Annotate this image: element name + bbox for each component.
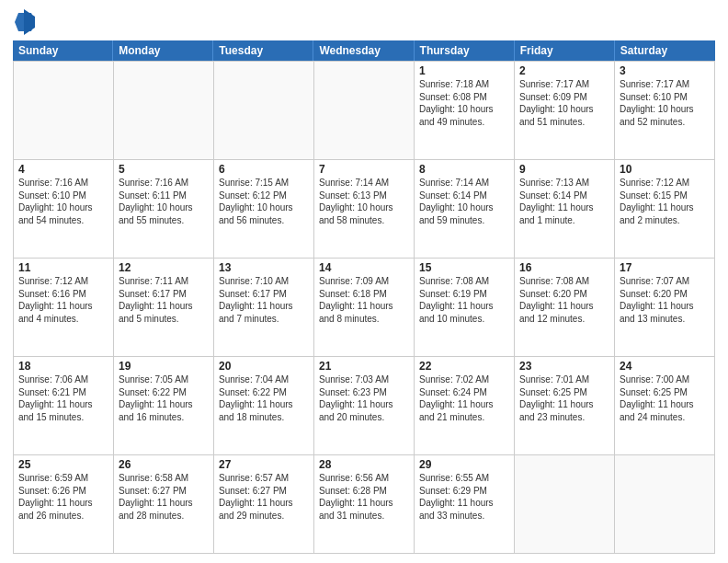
day-number: 3 [620,64,710,77]
calendar-cell [615,455,715,554]
calendar-cell: 20Sunrise: 7:04 AM Sunset: 6:22 PM Dayli… [214,357,314,455]
page: SundayMondayTuesdayWednesdayThursdayFrid… [0,0,728,563]
day-info: Sunrise: 7:06 AM Sunset: 6:21 PM Dayligh… [18,373,108,423]
day-info: Sunrise: 7:11 AM Sunset: 6:17 PM Dayligh… [119,275,209,325]
day-number: 22 [419,360,509,373]
day-info: Sunrise: 7:03 AM Sunset: 6:23 PM Dayligh… [319,373,409,423]
calendar-cell [114,62,214,160]
calendar-cell [214,62,314,160]
day-info: Sunrise: 7:14 AM Sunset: 6:13 PM Dayligh… [319,177,409,226]
day-number: 10 [620,163,710,176]
day-info: Sunrise: 7:01 AM Sunset: 6:25 PM Dayligh… [519,373,609,423]
day-number: 7 [319,163,409,176]
calendar-row: 4Sunrise: 7:16 AM Sunset: 6:10 PM Daylig… [14,160,715,259]
day-number: 11 [18,261,108,274]
calendar-cell: 3Sunrise: 7:17 AM Sunset: 6:10 PM Daylig… [615,62,715,160]
day-info: Sunrise: 7:18 AM Sunset: 6:08 PM Dayligh… [419,78,509,128]
calendar-cell: 25Sunrise: 6:59 AM Sunset: 6:26 PM Dayli… [14,455,114,554]
day-number: 21 [319,360,409,373]
calendar: SundayMondayTuesdayWednesdayThursdayFrid… [13,40,715,554]
calendar-row: 25Sunrise: 6:59 AM Sunset: 6:26 PM Dayli… [14,455,715,554]
day-info: Sunrise: 7:02 AM Sunset: 6:24 PM Dayligh… [419,373,509,423]
day-number: 9 [519,163,609,176]
calendar-cell: 26Sunrise: 6:58 AM Sunset: 6:27 PM Dayli… [114,455,214,554]
day-number: 23 [519,360,609,373]
day-number: 24 [620,360,710,373]
day-info: Sunrise: 7:16 AM Sunset: 6:11 PM Dayligh… [119,177,209,226]
day-number: 20 [219,360,309,373]
weekday-header: Thursday [415,40,515,61]
day-number: 27 [219,458,309,471]
day-number: 12 [119,261,209,274]
calendar-cell: 9Sunrise: 7:13 AM Sunset: 6:14 PM Daylig… [515,160,615,259]
calendar-cell [314,62,415,160]
calendar-cell: 5Sunrise: 7:16 AM Sunset: 6:11 PM Daylig… [114,160,214,259]
day-info: Sunrise: 7:17 AM Sunset: 6:09 PM Dayligh… [519,78,609,128]
svg-marker-1 [24,9,35,35]
calendar-cell [14,62,114,160]
day-info: Sunrise: 6:59 AM Sunset: 6:26 PM Dayligh… [18,472,108,522]
day-number: 14 [319,261,409,274]
calendar-cell: 29Sunrise: 6:55 AM Sunset: 6:29 PM Dayli… [415,455,515,554]
calendar-cell: 8Sunrise: 7:14 AM Sunset: 6:14 PM Daylig… [415,160,515,259]
day-number: 8 [419,163,509,176]
logo-icon [15,9,35,35]
day-info: Sunrise: 7:08 AM Sunset: 6:19 PM Dayligh… [419,275,509,325]
day-number: 19 [119,360,209,373]
day-number: 28 [319,458,409,471]
calendar-body: 1Sunrise: 7:18 AM Sunset: 6:08 PM Daylig… [13,61,715,554]
weekday-header: Tuesday [213,40,313,61]
calendar-cell: 21Sunrise: 7:03 AM Sunset: 6:23 PM Dayli… [314,357,415,455]
day-info: Sunrise: 7:13 AM Sunset: 6:14 PM Dayligh… [519,177,609,226]
calendar-cell: 7Sunrise: 7:14 AM Sunset: 6:13 PM Daylig… [314,160,415,259]
calendar-cell: 23Sunrise: 7:01 AM Sunset: 6:25 PM Dayli… [515,357,615,455]
day-number: 2 [519,64,609,77]
day-number: 25 [18,458,108,471]
calendar-cell: 12Sunrise: 7:11 AM Sunset: 6:17 PM Dayli… [114,259,214,357]
day-info: Sunrise: 7:17 AM Sunset: 6:10 PM Dayligh… [620,78,710,128]
day-info: Sunrise: 7:00 AM Sunset: 6:25 PM Dayligh… [620,373,710,423]
day-info: Sunrise: 6:56 AM Sunset: 6:28 PM Dayligh… [319,472,409,522]
calendar-row: 11Sunrise: 7:12 AM Sunset: 6:16 PM Dayli… [14,259,715,357]
day-number: 17 [620,261,710,274]
calendar-cell: 16Sunrise: 7:08 AM Sunset: 6:20 PM Dayli… [515,259,615,357]
calendar-cell: 11Sunrise: 7:12 AM Sunset: 6:16 PM Dayli… [14,259,114,357]
calendar-cell: 15Sunrise: 7:08 AM Sunset: 6:19 PM Dayli… [415,259,515,357]
day-number: 5 [119,163,209,176]
weekday-header: Wednesday [313,40,414,61]
calendar-cell: 28Sunrise: 6:56 AM Sunset: 6:28 PM Dayli… [314,455,415,554]
day-info: Sunrise: 7:05 AM Sunset: 6:22 PM Dayligh… [119,373,209,423]
calendar-row: 18Sunrise: 7:06 AM Sunset: 6:21 PM Dayli… [14,357,715,455]
calendar-cell: 18Sunrise: 7:06 AM Sunset: 6:21 PM Dayli… [14,357,114,455]
header [13,9,715,35]
calendar-cell [515,455,615,554]
day-info: Sunrise: 7:16 AM Sunset: 6:10 PM Dayligh… [18,177,108,226]
day-info: Sunrise: 7:12 AM Sunset: 6:16 PM Dayligh… [18,275,108,325]
day-number: 26 [119,458,209,471]
day-info: Sunrise: 7:04 AM Sunset: 6:22 PM Dayligh… [219,373,309,423]
weekday-header: Friday [515,40,615,61]
day-number: 6 [219,163,309,176]
calendar-cell: 17Sunrise: 7:07 AM Sunset: 6:20 PM Dayli… [615,259,715,357]
calendar-cell: 19Sunrise: 7:05 AM Sunset: 6:22 PM Dayli… [114,357,214,455]
day-info: Sunrise: 6:57 AM Sunset: 6:27 PM Dayligh… [219,472,309,522]
weekday-header: Sunday [13,40,113,61]
calendar-cell: 10Sunrise: 7:12 AM Sunset: 6:15 PM Dayli… [615,160,715,259]
logo [13,13,35,35]
day-info: Sunrise: 7:09 AM Sunset: 6:18 PM Dayligh… [319,275,409,325]
day-info: Sunrise: 7:15 AM Sunset: 6:12 PM Dayligh… [219,177,309,226]
day-number: 18 [18,360,108,373]
day-info: Sunrise: 7:10 AM Sunset: 6:17 PM Dayligh… [219,275,309,325]
day-info: Sunrise: 7:07 AM Sunset: 6:20 PM Dayligh… [620,275,710,325]
calendar-cell: 22Sunrise: 7:02 AM Sunset: 6:24 PM Dayli… [415,357,515,455]
day-number: 16 [519,261,609,274]
calendar-cell: 24Sunrise: 7:00 AM Sunset: 6:25 PM Dayli… [615,357,715,455]
calendar-cell: 27Sunrise: 6:57 AM Sunset: 6:27 PM Dayli… [214,455,314,554]
day-number: 13 [219,261,309,274]
calendar-header: SundayMondayTuesdayWednesdayThursdayFrid… [13,40,715,61]
calendar-cell: 2Sunrise: 7:17 AM Sunset: 6:09 PM Daylig… [515,62,615,160]
day-info: Sunrise: 7:08 AM Sunset: 6:20 PM Dayligh… [519,275,609,325]
day-number: 4 [18,163,108,176]
weekday-header: Saturday [615,40,715,61]
day-number: 15 [419,261,509,274]
